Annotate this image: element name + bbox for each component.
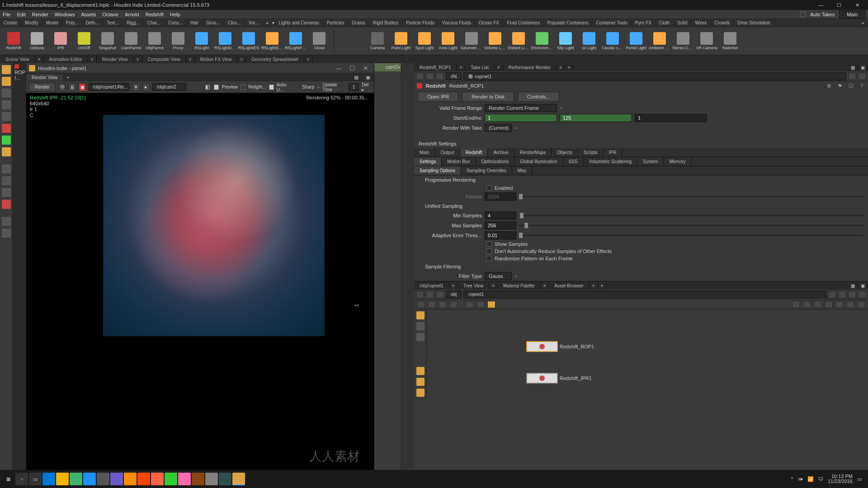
param-tab-takelist[interactable]: Take List: [465, 64, 494, 71]
nv-tab-tree[interactable]: Tree View: [458, 282, 489, 289]
shelf-tab-hair[interactable]: Hair: [187, 19, 203, 26]
nv-help-icon[interactable]: [857, 301, 865, 308]
shelf-tab-defo[interactable]: Defo...: [82, 19, 103, 26]
nv-search-icon[interactable]: [846, 301, 854, 308]
shelf-tool-objparms[interactable]: ObjParms: [144, 32, 165, 50]
shelf-tab-add-b[interactable]: +: [858, 20, 868, 26]
nav-back-icon[interactable]: [416, 73, 424, 80]
window-minimize-button[interactable]: —: [812, 0, 830, 9]
nv-tab-mat[interactable]: Material Palette: [498, 282, 540, 289]
path-seg-ropnet[interactable]: ropnet1: [475, 74, 491, 79]
nv-table-icon[interactable]: [449, 301, 458, 308]
nv-sheet-icon[interactable]: [439, 301, 447, 308]
tray-battery-icon[interactable]: 🗨: [818, 476, 823, 482]
updatetime-field[interactable]: 1: [349, 83, 359, 91]
nv-tab-close[interactable]: ×: [449, 283, 458, 288]
nv-tab-close2[interactable]: ×: [489, 283, 498, 288]
shelf-tab-rigidbodies[interactable]: Rigid Bodies: [369, 19, 402, 26]
shelf-tool-pointlight[interactable]: Point Light: [390, 32, 412, 50]
render-button[interactable]: Render: [29, 83, 56, 91]
tool-view-icon[interactable]: [2, 217, 11, 226]
rop-tab[interactable]: ROP I...: [13, 63, 26, 71]
nv-list-icon[interactable]: [417, 301, 425, 308]
autoreduce-checkbox[interactable]: [486, 249, 492, 254]
tab-archive[interactable]: Archive: [488, 148, 514, 157]
view-tab-geometryspreadsheet[interactable]: Geometry Spreadsheet: [246, 56, 304, 63]
nv-opt4-icon[interactable]: [825, 301, 833, 308]
edge-icon[interactable]: [42, 473, 55, 485]
gear-icon[interactable]: ⚙: [826, 82, 833, 89]
node-redshift-rop1[interactable]: Redshift_ROP1: [526, 341, 594, 352]
shelf-tab-char[interactable]: Char...: [144, 19, 165, 26]
shelf-tool-onoff[interactable]: On/Off: [73, 32, 95, 50]
tab-volumetricscattering[interactable]: Volumetric Scattering: [584, 157, 638, 166]
nv-opt1-icon[interactable]: [792, 301, 800, 308]
tab-scripts[interactable]: Scripts: [578, 148, 604, 157]
app-icon-1[interactable]: [70, 473, 82, 485]
nv-opt3-icon[interactable]: [814, 301, 822, 308]
shelf-tab-viscousfluids[interactable]: Viscous Fluids: [439, 19, 475, 26]
app-icon-3[interactable]: [97, 473, 109, 485]
tool-link-icon[interactable]: [2, 188, 11, 197]
view-tab-compositeview[interactable]: Composite View: [142, 56, 186, 63]
shelf-tool-skylight[interactable]: Sky Light: [555, 32, 576, 50]
nv-tab-add[interactable]: +: [598, 283, 607, 288]
shelf-tab-clou[interactable]: Clou...: [224, 19, 245, 26]
tab-samplingoverrides[interactable]: Sampling Overrides: [461, 166, 512, 175]
shelf-tab-lightsandcameras[interactable]: Lights and Cameras: [275, 19, 323, 26]
view-tab-close[interactable]: ×: [237, 56, 246, 63]
shelf-tab-particles[interactable]: Particles: [323, 19, 348, 26]
view-tab-close[interactable]: ×: [304, 56, 313, 63]
window-maximize-button[interactable]: ☐: [830, 0, 848, 9]
nv-fwd-icon[interactable]: [426, 291, 434, 298]
panel-close-button[interactable]: ✕: [360, 65, 371, 72]
tab-settings[interactable]: Settings: [414, 157, 442, 166]
shelf-tab-cloth[interactable]: Cloth: [656, 19, 674, 26]
tool-grid-icon[interactable]: [2, 176, 11, 185]
preview-checkbox[interactable]: ✓: [214, 84, 219, 90]
shelf-tool-switcher[interactable]: Switcher: [719, 32, 741, 50]
menu-help[interactable]: Help: [170, 12, 180, 17]
shelf-tab-grains[interactable]: Grains: [348, 19, 369, 26]
shelf-tool-options[interactable]: Options: [26, 32, 48, 50]
tab-system[interactable]: System: [637, 157, 664, 166]
showsamples-checkbox[interactable]: [486, 241, 492, 247]
shelf-tab-fluidcontainers[interactable]: Fluid Containers: [503, 19, 544, 26]
tab-output[interactable]: Output: [435, 148, 460, 157]
autotakes-checkbox[interactable]: [800, 12, 806, 17]
tool-green-icon[interactable]: [2, 136, 11, 145]
tab-misc[interactable]: Misc: [512, 166, 533, 175]
shelf-tool-portallight[interactable]: Portal Light: [625, 32, 647, 50]
menu-redshift[interactable]: Redshift: [146, 12, 164, 17]
nv-path-obj[interactable]: obj: [446, 291, 462, 298]
maxsamples-slider[interactable]: [519, 225, 863, 226]
tab-motionblur[interactable]: Motion Blur: [442, 157, 476, 166]
shelf-tool-rslight[interactable]: RSLight: [191, 32, 212, 50]
tab-ipr[interactable]: IPR: [604, 148, 623, 157]
nv-add-icon[interactable]: [466, 301, 474, 308]
nv-wire-icon[interactable]: [416, 322, 425, 330]
rop-jump-icon[interactable]: ▾: [132, 83, 140, 91]
shelf-tab-populatecontainers[interactable]: Populate Containers: [544, 19, 593, 26]
app-icon-2[interactable]: [83, 473, 96, 485]
nv-max-icon[interactable]: ▣: [858, 283, 868, 288]
shelf-tool-causticlight[interactable]: Caustic Light: [602, 32, 623, 50]
tool-red-icon[interactable]: [2, 124, 11, 133]
menu-render[interactable]: Render: [32, 12, 48, 17]
panel-maximize-button[interactable]: ☐: [347, 65, 358, 72]
render-to-disk-button[interactable]: Render to Disk: [462, 92, 514, 102]
app-icon-4[interactable]: [110, 473, 123, 485]
pane-layout-icon[interactable]: ▦: [848, 65, 858, 70]
render-view-tab[interactable]: Render View: [26, 74, 63, 81]
menu-arnold[interactable]: Arnold: [125, 12, 139, 17]
param-tab-add[interactable]: +: [565, 65, 574, 70]
nv-tab-asset[interactable]: Asset Browser: [549, 282, 589, 289]
nv-link-icon[interactable]: [858, 291, 866, 298]
shelf-tab-cons[interactable]: Cons...: [165, 19, 187, 26]
tray-wifi-icon[interactable]: 📶: [807, 476, 814, 482]
resize-handle-icon[interactable]: ↔: [353, 301, 360, 309]
nv-opt5-icon[interactable]: [835, 301, 844, 308]
nv-home-icon[interactable]: [436, 291, 444, 298]
shelf-tab-poly[interactable]: Poly...: [62, 19, 82, 26]
shelf-tab-model[interactable]: Model: [42, 19, 62, 26]
